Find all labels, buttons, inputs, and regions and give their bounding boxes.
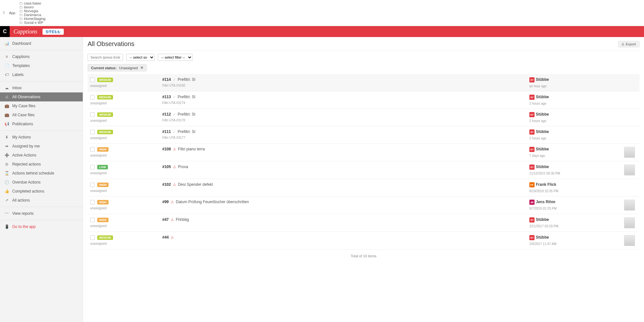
- sidebar-item-view-reports[interactable]: 〰View reports: [0, 209, 83, 218]
- row-checkbox[interactable]: [90, 235, 95, 240]
- sidebar-item-publications[interactable]: 📢Publications: [0, 119, 83, 128]
- sidebar-item-capptions[interactable]: ≡Capptions: [0, 52, 83, 61]
- apps-icon[interactable]: ⠿: [3, 11, 5, 15]
- sidebar-item-label: Actions behind schedule: [12, 171, 54, 175]
- nav-icon: ⌛: [5, 171, 9, 175]
- observation-row[interactable]: HIGHunassigned#102⚠Desi Spender defektFF…: [88, 179, 639, 196]
- partner-logo[interactable]: STELL: [43, 29, 64, 35]
- sidebar-item-all-case-files[interactable]: 💼All Case files: [0, 110, 83, 119]
- folder-icon: 🗀: [19, 5, 23, 9]
- observation-title: Prefiltri: Sl: [178, 129, 195, 134]
- author-avatar: ST: [529, 147, 535, 152]
- search-input[interactable]: [88, 54, 123, 61]
- nav-icon: ⬇: [5, 135, 9, 139]
- observation-row[interactable]: HIGHunassigned#99⚠Datum Prüfung Feuerlös…: [88, 196, 639, 214]
- row-checkbox[interactable]: [90, 165, 95, 169]
- sidebar-item-label: All actions: [12, 198, 30, 203]
- sidebar-item-inbox[interactable]: ☁Inbox: [0, 83, 83, 92]
- thumbnail[interactable]: [624, 200, 635, 211]
- bookmark-folder[interactable]: 🗀 Social e WP: [19, 21, 46, 24]
- sidebar-item-labels[interactable]: 🏷Labels: [0, 70, 83, 79]
- warning-icon: ⚠: [173, 165, 176, 169]
- bookmark-folder[interactable]: 🗀 Danimarca: [19, 13, 46, 17]
- row-checkbox[interactable]: [90, 112, 95, 117]
- folder-icon: 🗀: [19, 1, 23, 5]
- brand-mark[interactable]: C: [0, 26, 10, 37]
- bookmark-folder[interactable]: 🗀 casa baiao: [19, 1, 46, 5]
- assigned-label: unassigned: [90, 189, 158, 193]
- warning-icon: ⚠: [171, 218, 174, 222]
- bookmark-folder[interactable]: 🗀 HomeStaging: [19, 17, 46, 21]
- sidebar-item-rejected-actions[interactable]: ⊘Rejected actions: [0, 160, 83, 169]
- thumbnail[interactable]: [624, 165, 635, 175]
- author-avatar: ST: [529, 129, 535, 135]
- sidebar-item-my-case-files[interactable]: 💼My Case files: [0, 101, 83, 110]
- observation-row[interactable]: MEDIUMunassigned#114✓Prefiltri: SlFiltri…: [88, 74, 639, 91]
- assigned-label: unassigned: [90, 242, 158, 245]
- observation-title: Prefiltri: Sl: [178, 112, 195, 117]
- sidebar-item-assigned-by-me[interactable]: ➡Assigned by me: [0, 142, 83, 151]
- observation-row[interactable]: MEDIUMunassigned#111✓Prefiltri: SlFiltri…: [88, 126, 639, 144]
- sidebar-item-label: All Case files: [12, 113, 34, 117]
- nav-icon: 〰: [5, 211, 9, 216]
- nav-icon: 📄: [5, 63, 9, 68]
- timestamp: an hour ago: [529, 84, 549, 88]
- observation-id: #111: [162, 129, 171, 134]
- thumbnail[interactable]: [624, 235, 635, 246]
- bookmarks-bar: ⠿ App 🗀 casa baiao 🗀 lavoro 🗀 Norvegia 🗀…: [0, 0, 644, 26]
- row-checkbox[interactable]: [90, 130, 95, 134]
- sidebar-item-all-actions[interactable]: ↗All actions: [0, 196, 83, 205]
- priority-badge: HIGH: [97, 183, 109, 187]
- nav-icon: 📊: [5, 41, 9, 46]
- sidebar-item-actions-behind-schedule[interactable]: ⌛Actions behind schedule: [0, 169, 83, 178]
- sidebar-item-templates[interactable]: 📄Templates: [0, 61, 83, 70]
- sidebar: 📊Dashboard≡Capptions📄Templates🏷Labels☁In…: [0, 37, 83, 322]
- check-icon: ✓: [173, 130, 176, 134]
- bookmark-folder[interactable]: 🗀 Norvegia: [19, 9, 46, 13]
- observations-list: MEDIUMunassigned#114✓Prefiltri: SlFiltri…: [88, 74, 639, 250]
- warning-icon: ⚠: [173, 183, 176, 186]
- nav-icon: 🏷: [5, 72, 9, 77]
- observation-row[interactable]: HIGHunassigned#108⚠Filtri piano terraSTS…: [88, 144, 639, 161]
- check-icon: ✓: [173, 78, 176, 81]
- nav-icon: 📱: [5, 224, 9, 229]
- row-checkbox[interactable]: [90, 183, 95, 187]
- sort-select[interactable]: -- select so: [126, 54, 155, 61]
- row-checkbox[interactable]: [90, 95, 95, 99]
- brand-name[interactable]: Capptions: [10, 28, 41, 35]
- timestamp: 2 hours ago: [529, 102, 549, 105]
- author-avatar: ST: [529, 217, 535, 223]
- observation-row[interactable]: MEDIUMunassigned#112✓Prefiltri: SlFiltri…: [88, 109, 639, 126]
- sidebar-item-label: Inbox: [12, 86, 22, 90]
- thumbnail[interactable]: [624, 217, 635, 228]
- observation-row[interactable]: HIGHunassigned#47⚠FhhbbgSTStübbe2/21/201…: [88, 214, 639, 232]
- observation-id: #44: [162, 235, 169, 240]
- sidebar-item-label: Go to the app: [12, 224, 36, 229]
- observation-row[interactable]: LOWunassigned#105⚠ProvaSTStübbe11/12/202…: [88, 161, 639, 179]
- bookmark-folder[interactable]: 🗀 lavoro: [19, 5, 46, 9]
- sidebar-item-completed-actions[interactable]: 👍Completed actions: [0, 187, 83, 196]
- row-checkbox[interactable]: [90, 147, 95, 152]
- row-checkbox[interactable]: [90, 78, 95, 82]
- thumbnail[interactable]: [624, 147, 635, 158]
- observation-row[interactable]: MEDIUMunassigned#44⚠STStübbe2/4/2017 11:…: [88, 232, 639, 250]
- filter-select[interactable]: -- select filter --: [158, 54, 193, 61]
- author-name: Stübbe: [536, 235, 549, 240]
- sidebar-item-label: Active Actions: [12, 153, 36, 157]
- sidebar-item-all-observations[interactable]: ⚠All Observations: [0, 92, 83, 101]
- author-avatar: ST: [529, 165, 535, 170]
- nav-icon: ⚠: [5, 95, 9, 99]
- remove-filter-icon[interactable]: ✕: [140, 66, 143, 70]
- folder-icon: 🗀: [19, 13, 23, 17]
- sidebar-item-dashboard[interactable]: 📊Dashboard: [0, 39, 83, 48]
- sidebar-item-overdue-actions[interactable]: 🕘Overdue Actions: [0, 178, 83, 187]
- row-checkbox[interactable]: [90, 200, 95, 204]
- row-checkbox[interactable]: [90, 218, 95, 222]
- sidebar-item-active-actions[interactable]: ➕Active Actions: [0, 151, 83, 160]
- bookmark-app[interactable]: App: [9, 11, 15, 15]
- export-button[interactable]: ⎙ Export: [618, 41, 639, 47]
- observation-row[interactable]: MEDIUMunassigned#113✓Prefiltri: SlFiltri…: [88, 91, 639, 109]
- sidebar-item-my-actions[interactable]: ⬇My Actions: [0, 133, 83, 142]
- sidebar-item-go-to-the-app[interactable]: 📱Go to the app: [0, 222, 83, 231]
- timestamp: 6/19/2019 10:35 PM: [529, 189, 558, 193]
